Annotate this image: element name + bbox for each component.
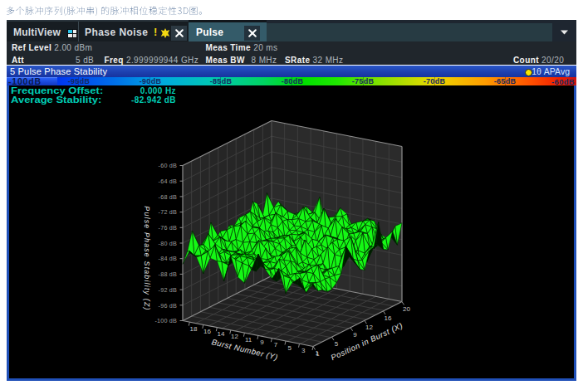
svg-text:7: 7 [274,341,278,348]
svg-text:16: 16 [385,314,392,321]
svg-text:-72 dB: -72 dB [159,208,177,216]
svg-text:12: 12 [365,324,373,331]
svg-text:9: 9 [353,330,357,338]
svg-text:-84 dB: -84 dB [159,255,177,262]
svg-text:-76 dB: -76 dB [159,224,177,231]
svg-text:16: 16 [203,327,211,334]
svg-text:5: 5 [335,340,339,348]
svg-text:1: 1 [316,349,320,357]
svg-text:Pulse Phase Stability (Z): Pulse Phase Stability (Z) [143,206,151,310]
svg-text:11: 11 [245,335,252,343]
svg-text:-60 dB: -60 dB [159,162,177,169]
svg-text:3: 3 [301,346,306,353]
svg-text:9: 9 [260,338,264,345]
svg-text:14: 14 [218,330,225,338]
svg-text:-64 dB: -64 dB [159,177,177,184]
svg-text:-88 dB: -88 dB [159,270,177,278]
svg-text:-100 dB: -100 dB [154,317,177,324]
svg-text:18: 18 [190,324,198,332]
svg-text:-68 dB: -68 dB [159,192,177,200]
svg-text:-92 dB: -92 dB [159,285,177,293]
svg-text:5: 5 [287,344,292,351]
svg-text:20: 20 [403,305,410,312]
svg-text:-80 dB: -80 dB [159,239,177,246]
svg-text:-96 dB: -96 dB [159,301,177,309]
svg-text:12: 12 [231,333,238,340]
